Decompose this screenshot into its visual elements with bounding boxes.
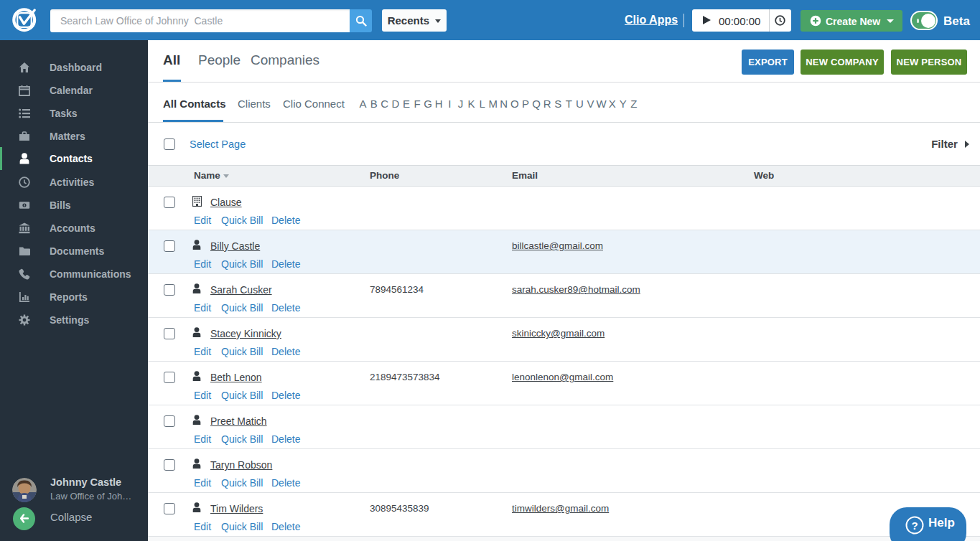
svg-text:?: ? (911, 519, 918, 532)
